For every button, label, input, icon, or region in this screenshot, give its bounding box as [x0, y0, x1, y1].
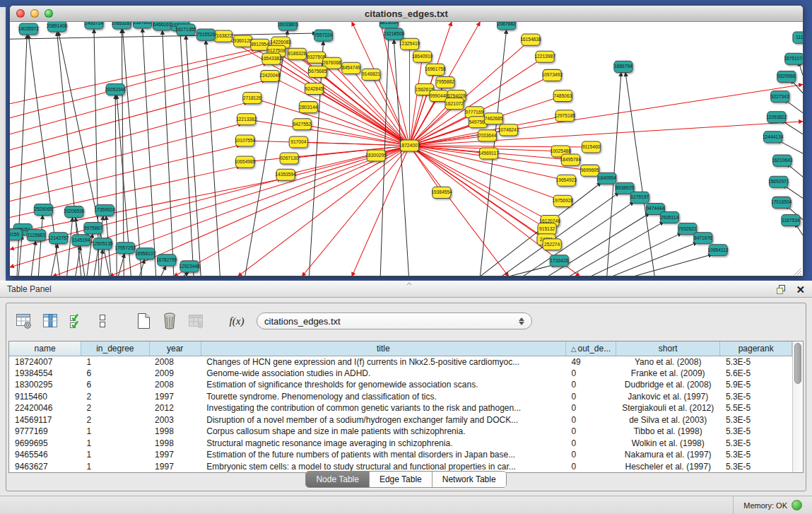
- cell-year[interactable]: 2008: [149, 356, 201, 368]
- column-header-year[interactable]: year: [149, 341, 201, 356]
- network-node[interactable]: 9329966: [777, 71, 796, 82]
- network-node[interactable]: 1493714: [85, 22, 103, 29]
- column-header-name[interactable]: name: [9, 341, 81, 356]
- tab-node-table[interactable]: Node Table: [306, 472, 369, 487]
- table-row[interactable]: 969969511998Structural magnetic resonanc…: [9, 438, 792, 450]
- network-node[interactable]: 1640954: [598, 173, 616, 184]
- network-node[interactable]: 8471676: [694, 233, 712, 244]
- network-node[interactable]: 18300295: [365, 150, 387, 161]
- network-node[interactable]: 12213382: [236, 114, 257, 125]
- network-node[interactable]: 1167534: [782, 215, 800, 226]
- cell-title[interactable]: Changes of HCN gene expression and I(f) …: [201, 356, 565, 368]
- network-node[interactable]: 9242845: [305, 83, 323, 94]
- cell-name[interactable]: 22420046: [9, 402, 81, 414]
- table-row[interactable]: 2242004622012Investigating the contribut…: [9, 402, 792, 414]
- cell-name[interactable]: 19384554: [9, 368, 81, 380]
- cell-year[interactable]: 2009: [149, 368, 201, 380]
- network-node[interactable]: 20891406: [47, 22, 68, 32]
- network-node[interactable]: 18495784: [560, 154, 582, 165]
- network-node[interactable]: 917004: [289, 136, 307, 148]
- network-canvas[interactable]: 7163822936012889129541422608391275081654…: [10, 22, 803, 276]
- column-header-in_degree[interactable]: in_degree: [81, 341, 150, 356]
- cell-name[interactable]: 18724007: [9, 356, 81, 368]
- cell-title[interactable]: Estimation of significance thresholds fo…: [201, 379, 565, 391]
- cell-in_degree[interactable]: 1: [81, 356, 150, 368]
- cell-short[interactable]: Wolkin et al. (1998): [616, 438, 720, 450]
- network-node[interactable]: 22420046: [259, 70, 281, 81]
- table-row[interactable]: 946554611997Estimation of the future num…: [9, 449, 792, 461]
- cell-short[interactable]: de Silva et al. (2003): [616, 414, 720, 426]
- network-node[interactable]: 2033644: [478, 130, 496, 141]
- cell-title[interactable]: Corpus callosum shape and size in male p…: [201, 426, 565, 438]
- cell-year[interactable]: 1997: [149, 391, 201, 403]
- table-scrollbar[interactable]: [792, 341, 803, 472]
- cell-title[interactable]: Tourette syndrome. Phenomenology and cla…: [201, 391, 565, 403]
- network-node[interactable]: 15751074: [784, 53, 803, 64]
- network-node[interactable]: 16033803: [277, 22, 298, 30]
- cell-short[interactable]: Tibbo et al. (1998): [616, 426, 720, 438]
- network-node[interactable]: 252274: [543, 239, 561, 250]
- network-node[interactable]: 7955882: [436, 76, 454, 88]
- network-node[interactable]: 19384554: [431, 187, 452, 198]
- column-header-short[interactable]: short: [616, 341, 720, 356]
- network-node[interactable]: 16171355: [175, 24, 196, 35]
- column-chooser-icon[interactable]: [41, 312, 59, 330]
- cell-in_degree[interactable]: 1: [81, 438, 150, 450]
- cell-out_de[interactable]: 49: [565, 356, 616, 368]
- cell-in_degree[interactable]: 2: [81, 414, 150, 426]
- network-node[interactable]: 915132: [538, 223, 556, 235]
- network-node[interactable]: 16782759: [156, 255, 177, 266]
- network-node[interactable]: 9146821: [362, 69, 380, 80]
- network-node[interactable]: 16154838: [520, 34, 541, 45]
- cell-in_degree[interactable]: 1: [81, 449, 150, 461]
- table-scrollbar-thumb[interactable]: [794, 343, 801, 384]
- network-node[interactable]: 1621072: [445, 98, 464, 110]
- network-node[interactable]: 2087682: [498, 22, 516, 30]
- cell-year[interactable]: 2008: [149, 379, 201, 391]
- network-node[interactable]: 8938925: [616, 182, 634, 194]
- cell-pagerank[interactable]: 5.5E-5: [720, 402, 792, 414]
- network-node[interactable]: 14353594: [275, 169, 296, 180]
- network-node[interactable]: 19756928: [553, 195, 574, 206]
- cell-year[interactable]: 2012: [149, 402, 201, 414]
- column-header-title[interactable]: title: [201, 341, 565, 356]
- network-node[interactable]: 7485063: [553, 90, 572, 102]
- network-node[interactable]: 8427552: [293, 119, 311, 130]
- cell-year[interactable]: 1998: [149, 426, 201, 438]
- cell-short[interactable]: Jankovic et al. (1997): [616, 391, 720, 403]
- cell-pagerank[interactable]: 5.9E-5: [720, 379, 792, 391]
- network-node[interactable]: 10654113: [708, 245, 729, 256]
- network-node[interactable]: 9227343: [771, 91, 789, 103]
- cell-name[interactable]: 9465546: [9, 449, 81, 461]
- network-node[interactable]: 12505135: [92, 238, 113, 250]
- network-node[interactable]: 12923448: [179, 261, 200, 272]
- network-node[interactable]: 5675685: [308, 66, 326, 77]
- network-node[interactable]: 7462685: [484, 113, 502, 124]
- cell-name[interactable]: 9777169: [9, 426, 81, 438]
- cell-pagerank[interactable]: 5.3E-5: [720, 414, 792, 426]
- cell-pagerank[interactable]: 5.6E-5: [720, 368, 792, 380]
- network-node[interactable]: 20053346: [105, 83, 126, 95]
- network-node[interactable]: 17957253: [115, 243, 136, 254]
- cell-title[interactable]: Investigating the contribution of common…: [201, 402, 565, 414]
- network-node[interactable]: 9267130: [280, 153, 298, 164]
- network-node[interactable]: 10973493: [541, 69, 563, 81]
- column-header-out_de[interactable]: △out_de...: [565, 341, 616, 356]
- table-row[interactable]: 1872400712008Changes of HCN gene express…: [9, 356, 792, 368]
- cell-out_de[interactable]: 0: [565, 402, 616, 414]
- network-node[interactable]: 2935114: [660, 211, 678, 223]
- cell-in_degree[interactable]: 1: [81, 426, 150, 438]
- network-node[interactable]: 20206536: [64, 206, 85, 217]
- network-node[interactable]: 12142757: [48, 233, 69, 244]
- network-node[interactable]: 9699695: [580, 165, 599, 176]
- network-node[interactable]: 14035572: [18, 23, 39, 35]
- cell-pagerank[interactable]: 5.3E-5: [720, 356, 792, 368]
- cell-year[interactable]: 2003: [149, 414, 201, 426]
- network-node[interactable]: 6466161: [153, 22, 172, 30]
- cell-title[interactable]: Estimation of the future numbers of pati…: [201, 449, 565, 461]
- network-node[interactable]: 12093822: [766, 112, 787, 123]
- network-node[interactable]: 12325419: [399, 38, 420, 49]
- cell-title[interactable]: Disruption of a novel member of a sodium…: [201, 414, 565, 426]
- cell-out_de[interactable]: 0: [565, 379, 616, 391]
- network-node[interactable]: 7932621: [678, 223, 697, 235]
